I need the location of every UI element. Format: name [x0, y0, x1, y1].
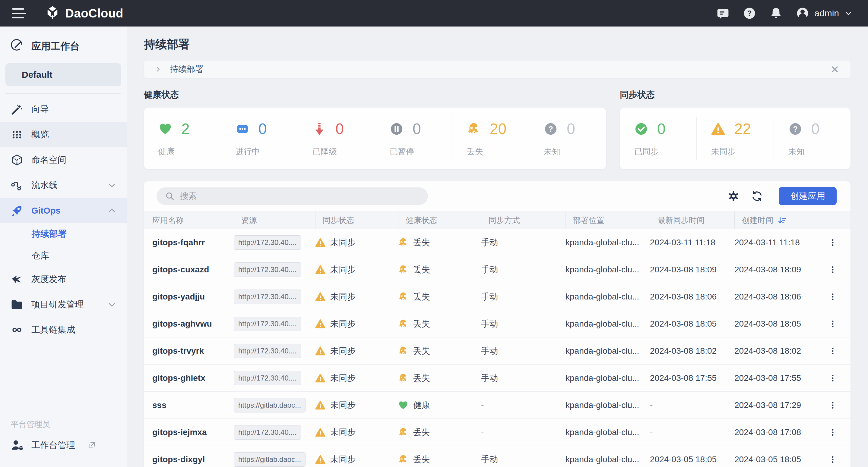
row-actions-button[interactable] [819, 319, 850, 329]
stat-label: 丢失 [467, 146, 529, 157]
workspace-selector[interactable]: Default [5, 63, 121, 86]
sidebar-item-label: 工作台管理 [31, 439, 75, 451]
search-input[interactable] [180, 191, 420, 201]
sidebar-item-canary-release[interactable]: 灰度发布 [0, 267, 127, 292]
app-name-link[interactable]: sss [152, 400, 234, 410]
health-ghost-icon [398, 454, 408, 465]
sidebar-item-repository[interactable]: 仓库 [0, 245, 127, 267]
row-actions-button[interactable] [819, 346, 850, 356]
sync-status-cell: 未同步 [315, 318, 398, 330]
sidebar-item-toolchain[interactable]: 工具链集成 [0, 317, 127, 342]
user-name: admin [814, 8, 839, 19]
create-app-button[interactable]: 创建应用 [779, 187, 837, 205]
resource-chip[interactable]: http://172.30.40.... [234, 290, 301, 304]
kebab-menu-icon [828, 400, 838, 410]
deploy-location-cell: kpanda-global-clu... [565, 428, 650, 437]
sort-descending-icon[interactable] [777, 216, 786, 225]
stat-missing: 20 丢失 [452, 116, 529, 160]
app-name-link[interactable]: gitops-aghvwu [152, 319, 234, 329]
col-sync-status[interactable]: 同步状态 [315, 211, 398, 229]
chevron-right-icon[interactable] [155, 66, 161, 73]
table-toolbar: 创建应用 [144, 181, 850, 211]
app-name-link[interactable]: gitops-dixgyl [152, 455, 234, 464]
row-actions-button[interactable] [819, 400, 850, 410]
col-deploy-location[interactable]: 部署位置 [565, 211, 650, 229]
sidebar-item-pipeline[interactable]: 流水线 [0, 173, 127, 198]
app-name-link[interactable]: gitops-trvyrk [152, 346, 234, 356]
help-icon[interactable]: ? [743, 7, 756, 20]
user-menu[interactable]: admin [796, 7, 852, 20]
col-sync-method[interactable]: 同步方式 [481, 211, 565, 229]
table-row: gitops-ghietx http://172.30.40.... 未同步 丢… [144, 365, 850, 392]
sidebar-item-gitops[interactable]: GitOps [0, 198, 127, 223]
row-actions-button[interactable] [819, 265, 850, 275]
col-created-time[interactable]: 创建时间 [734, 211, 819, 229]
sidebar-divider [5, 93, 121, 94]
row-actions-button[interactable] [819, 427, 850, 437]
resource-chip[interactable]: http://172.30.40.... [234, 262, 301, 277]
sync-status-cell: 未同步 [315, 372, 398, 384]
gear-icon[interactable] [727, 190, 740, 202]
sidebar-item-continuous-deployment[interactable]: 持续部署 [0, 223, 127, 245]
resource-chip[interactable]: http://172.30.40.... [234, 425, 301, 440]
external-link-icon [87, 441, 96, 450]
sidebar-item-wizard[interactable]: 向导 [0, 97, 127, 122]
last-sync-time-cell: - [650, 400, 734, 410]
brand[interactable]: DaoCloud [44, 5, 123, 21]
app-name-link[interactable]: gitops-iejmxa [152, 428, 234, 437]
close-icon[interactable] [830, 64, 840, 74]
stat-label: 已暂停 [390, 146, 452, 157]
resource-chip[interactable]: http://172.30.40.... [234, 344, 301, 358]
row-actions-button[interactable] [819, 292, 850, 302]
col-app-name[interactable]: 应用名称 [152, 211, 234, 229]
warning-icon [315, 373, 326, 383]
main-content: 持续部署 持续部署 健康状态 [127, 27, 868, 467]
menu-toggle-icon[interactable] [12, 8, 26, 19]
arrow-down-icon [312, 122, 326, 136]
avatar [796, 7, 809, 20]
app-name-link[interactable]: gitops-yadjju [152, 292, 234, 302]
health-ghost-icon [398, 237, 408, 248]
row-actions-button[interactable] [819, 454, 850, 465]
infinity-icon [10, 323, 24, 337]
last-sync-time-cell: 2024-03-08 18:02 [650, 346, 734, 356]
search-icon [165, 191, 175, 201]
resource-chip[interactable]: https://gitlab.daoc... [234, 452, 306, 467]
resource-chip[interactable]: http://172.30.40.... [234, 371, 301, 385]
sidebar-item-namespace[interactable]: 命名空间 [0, 147, 127, 173]
col-last-sync-time[interactable]: 最新同步时间 [650, 211, 734, 229]
resource-chip[interactable]: http://172.30.40.... [234, 235, 301, 250]
refresh-icon[interactable] [751, 190, 763, 202]
table-body: gitops-fqahrr http://172.30.40.... 未同步 丢… [144, 229, 850, 467]
sidebar-item-overview[interactable]: 概览 [0, 122, 127, 147]
row-actions-button[interactable] [819, 237, 850, 248]
topbar: DaoCloud ? admin [0, 0, 868, 27]
app-name-link[interactable]: gitops-ghietx [152, 373, 234, 383]
stat-label: 已同步 [634, 146, 696, 157]
message-icon[interactable] [717, 7, 729, 20]
bell-icon[interactable] [770, 7, 782, 20]
sidebar-item-project-management[interactable]: 项目研发管理 [0, 292, 127, 317]
stat-label: 未同步 [711, 146, 773, 157]
app-name-link[interactable]: gitops-cuxazd [152, 265, 234, 274]
warning-icon [315, 292, 326, 302]
search-box[interactable] [157, 188, 428, 205]
health-status-cell: 丢失 [398, 237, 481, 248]
resource-chip[interactable]: https://gitlab.daoc... [234, 398, 306, 412]
col-resource[interactable]: 资源 [234, 211, 315, 229]
row-actions-button[interactable] [819, 373, 850, 383]
created-time-cell: 2024-03-08 18:09 [734, 265, 819, 274]
resource-chip[interactable]: http://172.30.40.... [234, 316, 301, 331]
created-time-cell: 2024-03-08 17:08 [734, 428, 819, 437]
svg-text:?: ? [793, 125, 798, 133]
deploy-location-cell: kpanda-global-clu... [565, 319, 650, 329]
last-sync-time-cell: - [650, 428, 734, 437]
breadcrumb-item[interactable]: 持续部署 [170, 64, 204, 75]
created-time-cell: 2024-03-08 17:29 [734, 400, 819, 410]
warning-icon [315, 265, 326, 275]
stat-label: 未知 [544, 146, 606, 157]
col-health-status[interactable]: 健康状态 [398, 211, 481, 229]
sidebar-item-workbench-management[interactable]: 工作台管理 [0, 433, 127, 458]
app-name-link[interactable]: gitops-fqahrr [152, 238, 234, 247]
health-status-cell: 丢失 [398, 264, 481, 275]
